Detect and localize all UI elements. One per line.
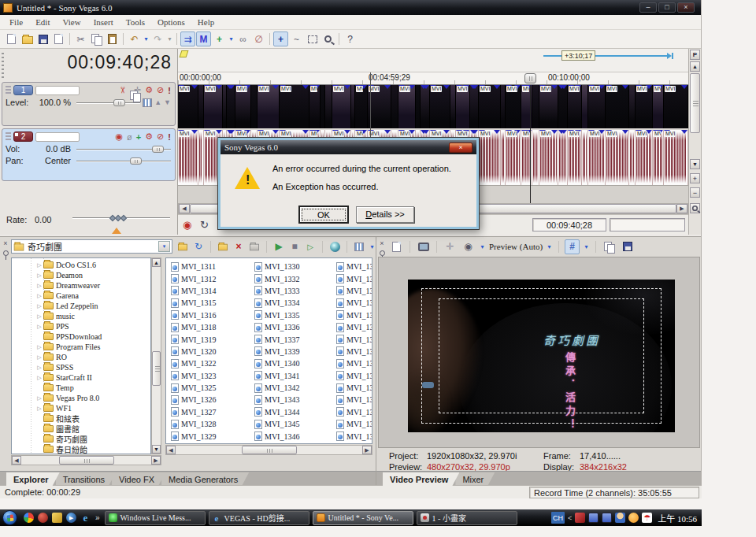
timeline-video-clip[interactable] xyxy=(198,85,204,128)
timeline-video-clip[interactable] xyxy=(470,85,479,128)
timeline-video-clip[interactable]: MVI xyxy=(235,85,251,128)
favorites-button[interactable] xyxy=(248,240,261,254)
snap-dropdown[interactable]: ▾ xyxy=(228,35,235,43)
tree-expander-icon[interactable]: ▷ xyxy=(35,272,43,279)
time-ruler[interactable]: 00:00:00;0000:04:59;2900:10:00;00 xyxy=(178,72,688,85)
pan-slider-knob[interactable] xyxy=(130,157,142,165)
file-item[interactable]: MVI_1330 xyxy=(254,261,335,272)
file-item[interactable]: MVI_135 xyxy=(336,321,372,333)
file-item[interactable]: MVI_1335 xyxy=(254,309,335,321)
tree-item[interactable]: ▷Deamon xyxy=(12,270,150,280)
timeline-video-clip[interactable]: MVI xyxy=(398,85,416,128)
file-item[interactable]: MVI_1334 xyxy=(254,297,335,309)
video-track-header[interactable]: 1 ✂ ✛ ⚙ ⊘ ! Level: 100.0 % xyxy=(2,82,176,126)
taskbar-button[interactable]: Windows Live Mess... xyxy=(105,511,206,525)
timeline-audio-clip[interactable] xyxy=(582,130,588,185)
views-button[interactable] xyxy=(353,240,365,254)
tray-network-icon[interactable] xyxy=(588,513,598,523)
close-panel-icon[interactable]: × xyxy=(380,239,384,247)
snap-button[interactable]: + xyxy=(212,31,227,46)
timeline-video-clip[interactable]: MVI xyxy=(280,85,309,128)
file-item[interactable]: MVI_1319 xyxy=(171,333,251,345)
tree-expander-icon[interactable]: ▷ xyxy=(35,344,43,350)
start-preview-button[interactable]: ▶ xyxy=(272,240,285,254)
delete-button[interactable]: × xyxy=(232,240,245,254)
tab-mixer[interactable]: Mixer xyxy=(455,472,495,486)
file-item[interactable]: MVI_1346 xyxy=(254,430,335,442)
external-monitor-button[interactable] xyxy=(416,239,431,254)
transport-time-display[interactable]: 00:09:40;28 xyxy=(532,218,606,231)
track-number-badge[interactable]: 1 xyxy=(13,85,33,95)
file-item[interactable]: MVI_1343 xyxy=(254,394,335,406)
tree-item[interactable]: Temp xyxy=(12,383,150,393)
track-grip[interactable] xyxy=(6,86,11,94)
file-item[interactable]: MVI_135 xyxy=(336,382,372,394)
normal-edit-tool-button[interactable]: + xyxy=(273,31,288,46)
opera-icon[interactable] xyxy=(38,513,48,523)
timeline-audio-clip[interactable]: MVI xyxy=(568,130,582,185)
up-one-level-button[interactable] xyxy=(176,240,189,254)
tray-antivirus-icon[interactable]: ☂ xyxy=(642,513,652,523)
timeline-audio-clip[interactable] xyxy=(558,130,568,185)
level-slider-knob[interactable] xyxy=(113,99,125,106)
timeline-vertical-scrollbar[interactable]: P ▲ ▼ + − xyxy=(688,49,701,235)
tree-expander-icon[interactable]: ▷ xyxy=(35,303,43,309)
refresh-button[interactable]: ↻ xyxy=(192,240,205,254)
ungroup-button[interactable]: ∅ xyxy=(251,31,266,46)
timeline-video-clip[interactable] xyxy=(251,85,258,128)
timeline-video-clip[interactable]: MVI xyxy=(588,85,606,128)
file-item[interactable]: MVI_135 xyxy=(336,309,372,321)
scroll-down-button[interactable]: ▼ xyxy=(152,445,161,454)
file-item[interactable]: MVI_134 xyxy=(336,285,372,297)
scroll-right-button[interactable]: ▶ xyxy=(676,204,687,213)
video-output-fx-button[interactable]: ✛ xyxy=(443,239,458,254)
scrollbar-thumb[interactable] xyxy=(690,73,700,133)
start-button[interactable] xyxy=(2,510,17,525)
tree-expander-icon[interactable]: ▷ xyxy=(35,324,43,330)
file-item[interactable]: MVI_1344 xyxy=(254,406,335,418)
tree-expander-icon[interactable]: ▷ xyxy=(35,406,43,412)
address-combobox[interactable]: 奇巧劇團 ▾ xyxy=(11,239,172,254)
tree-item[interactable]: PPSDownload xyxy=(12,331,150,342)
taskbar-button[interactable]: 1 - 小畫家 xyxy=(417,511,517,525)
timeline-audio-clip[interactable] xyxy=(532,130,539,185)
address-dropdown[interactable]: ▾ xyxy=(158,241,170,252)
undo-dropdown[interactable]: ▾ xyxy=(143,35,150,43)
tree-item[interactable]: ▷Led Zeppelin xyxy=(12,301,150,311)
file-item[interactable]: MVI_136 xyxy=(336,418,372,430)
tree-expander-icon[interactable]: ▷ xyxy=(35,283,43,289)
menu-edit[interactable]: Edit xyxy=(29,17,56,27)
file-item[interactable]: MVI_1342 xyxy=(254,382,335,394)
marker-tool-button[interactable]: P xyxy=(690,50,700,60)
tab-video-preview[interactable]: Video Preview xyxy=(383,472,459,486)
player-icon[interactable]: ▶ xyxy=(66,513,76,523)
copy-button[interactable] xyxy=(89,31,104,46)
zoom-tool-button[interactable] xyxy=(690,203,700,213)
overlays-grid-button[interactable]: # xyxy=(565,239,580,254)
preview-quality-label[interactable]: Preview (Auto) xyxy=(489,242,543,251)
views-dropdown[interactable]: ▾ xyxy=(369,243,376,250)
chrome-icon[interactable] xyxy=(24,513,34,523)
menu-help[interactable]: Help xyxy=(191,17,220,27)
scrollbar-thumb[interactable] xyxy=(242,446,297,454)
quick-launch-overflow-chevron[interactable]: » xyxy=(95,513,100,522)
file-item[interactable]: MVI_1341 xyxy=(254,370,335,382)
file-item[interactable]: MVI_1340 xyxy=(254,357,335,369)
timeline-video-clip[interactable] xyxy=(532,85,539,128)
timeline-video-clip[interactable] xyxy=(421,85,430,128)
file-item[interactable]: MVI_1339 xyxy=(254,346,335,357)
tree-expander-icon[interactable]: ▷ xyxy=(35,262,43,268)
stop-preview-button[interactable]: ■ xyxy=(288,240,301,254)
cut-button[interactable]: ✂ xyxy=(73,31,88,46)
pan-slider[interactable] xyxy=(76,157,171,165)
file-item[interactable]: MVI_1327 xyxy=(171,406,251,418)
tray-collapse-icon[interactable]: < xyxy=(568,514,572,522)
tree-item[interactable]: ▷Program Files xyxy=(12,342,150,352)
tab-transitions[interactable]: Transitions xyxy=(56,472,116,486)
marker-strip[interactable]: +3:10;17 xyxy=(178,49,688,72)
folder-tree[interactable]: ▷DcOo CS1.6▷Deamon▷Dreamweaver▷Garena▷Le… xyxy=(11,257,151,454)
auto-ripple-button[interactable]: ⇉ xyxy=(180,31,195,46)
tray-messenger-icon[interactable] xyxy=(628,513,639,523)
zoom-tool-button[interactable] xyxy=(321,31,335,46)
rate-value[interactable]: 0.00 xyxy=(35,215,51,224)
